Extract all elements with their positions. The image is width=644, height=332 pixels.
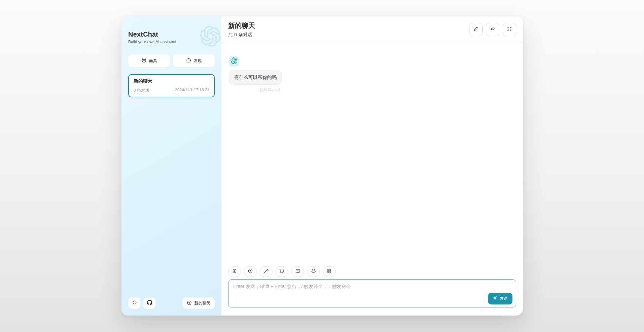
chat-header-actions <box>469 23 516 36</box>
chat-subtitle: 共 0 条对话 <box>228 32 255 38</box>
discover-icon <box>186 58 191 64</box>
chat-list-item-selected[interactable]: 新的聊天 0 条对话 2024/11/1 17:18:21 <box>128 74 215 97</box>
mask-toolbar-button[interactable] <box>276 266 288 277</box>
discover-button[interactable]: 发现 <box>173 54 215 67</box>
send-button[interactable]: 发送 <box>488 293 512 304</box>
discover-button-label: 发现 <box>194 58 202 64</box>
mask-icon <box>279 268 285 275</box>
openai-logo-icon <box>231 57 237 65</box>
model-select-button[interactable] <box>307 266 320 277</box>
export-button[interactable] <box>486 23 499 36</box>
app-subtitle: Build your own AI assistant. <box>128 40 215 44</box>
rename-icon <box>473 26 479 33</box>
send-icon <box>493 296 497 301</box>
prompt-wand-icon <box>263 268 269 275</box>
theme-button[interactable] <box>244 266 257 277</box>
chat-pane: 新的聊天 共 0 条对话 有什么可以帮你的吗 <box>221 16 523 316</box>
clear-context-icon <box>295 268 300 275</box>
settings-icon <box>132 300 137 306</box>
github-button[interactable] <box>143 297 156 309</box>
plugin-grid-icon <box>327 268 332 275</box>
chat-settings-button[interactable] <box>228 266 241 277</box>
chat-item-title: 新的聊天 <box>134 78 209 84</box>
maximize-button[interactable] <box>503 23 516 36</box>
github-icon <box>147 300 152 306</box>
model-robot-icon <box>311 268 316 275</box>
app-title: NextChat <box>128 31 215 38</box>
chat-title[interactable]: 新的聊天 <box>228 21 255 30</box>
chat-header: 新的聊天 共 0 条对话 <box>221 16 523 43</box>
sidebar: NextChat Build your own AI assistant. 面具… <box>121 16 221 316</box>
maximize-icon <box>507 26 512 33</box>
rename-button[interactable] <box>469 23 483 36</box>
plus-circle-icon <box>187 300 192 306</box>
prompt-wand-button[interactable] <box>260 266 273 277</box>
chat-item-timestamp: 2024/11/1 17:18:21 <box>175 88 209 93</box>
sidebar-actions: 面具 发现 <box>128 54 215 67</box>
chat-input[interactable] <box>228 279 516 307</box>
composer-toolbar <box>228 266 516 277</box>
chat-body: 有什么可以帮你的吗 预设提示词 <box>221 43 523 266</box>
chat-item-count: 0 条对话 <box>134 88 149 93</box>
theme-icon <box>248 268 253 275</box>
bot-message-bubble: 有什么可以帮你的吗 <box>229 70 282 85</box>
plugin-grid-button[interactable] <box>323 266 336 277</box>
bot-avatar <box>229 56 239 66</box>
bot-message: 有什么可以帮你的吗 预设提示词 <box>229 56 282 93</box>
new-chat-button-label: 新的聊天 <box>194 300 210 306</box>
sidebar-footer: 新的聊天 <box>128 297 215 309</box>
preset-prompt-hint: 预设提示词 <box>260 87 282 93</box>
mask-button-label: 面具 <box>149 58 157 64</box>
nextchat-window: NextChat Build your own AI assistant. 面具… <box>121 16 523 316</box>
send-button-label: 发送 <box>500 296 508 301</box>
clear-context-button[interactable] <box>291 266 304 277</box>
composer: 发送 <box>221 266 523 316</box>
settings-button[interactable] <box>128 297 141 309</box>
input-wrap: 发送 <box>228 279 516 309</box>
mask-icon <box>141 58 147 64</box>
mask-button[interactable]: 面具 <box>128 54 170 67</box>
export-icon <box>490 26 495 33</box>
new-chat-button[interactable]: 新的聊天 <box>182 297 215 309</box>
chat-settings-icon <box>232 268 237 275</box>
